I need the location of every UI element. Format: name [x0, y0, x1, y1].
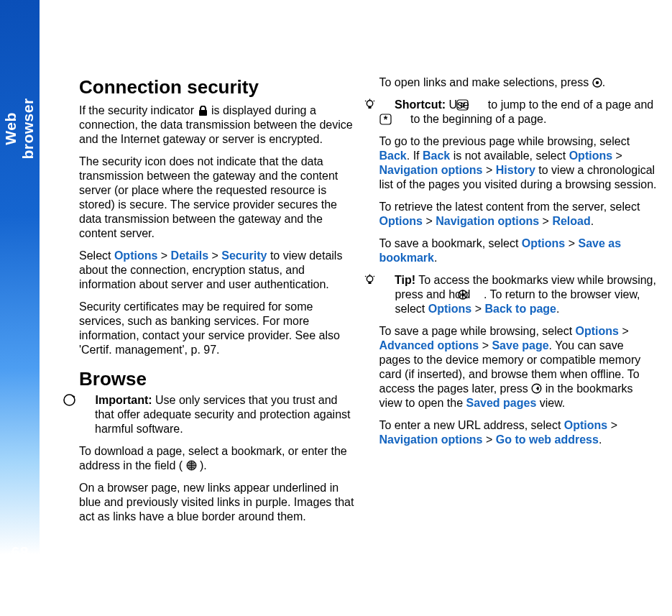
paragraph: To download a page, select a bookmark, o…	[79, 444, 358, 473]
link-back: Back	[423, 150, 450, 162]
important-label: Important:	[95, 394, 152, 406]
tip-icon	[379, 98, 392, 111]
hash-key-icon: #	[472, 99, 484, 111]
paragraph: To open links and make selections, press…	[379, 75, 658, 90]
link-options: Options	[379, 215, 423, 227]
paragraph: To go to the previous page while browsin…	[379, 134, 658, 192]
page-number: 68	[0, 543, 40, 562]
link-options: Options	[564, 419, 607, 431]
link-saved-pages: Saved pages	[466, 397, 536, 409]
section-label: Web browser	[2, 82, 37, 175]
paragraph: To retrieve the latest content from the …	[379, 200, 658, 229]
tip-label: Tip!	[395, 274, 415, 286]
link-options: Options	[569, 150, 612, 162]
link-options: Options	[428, 303, 471, 315]
globe-icon	[186, 460, 197, 471]
tip-note: Tip! To access the bookmarks view while …	[379, 273, 658, 316]
svg-rect-6	[368, 106, 371, 109]
scroll-right-icon	[531, 383, 542, 394]
link-go-to-web-address: Go to web address	[496, 433, 599, 446]
paragraph: If the security indicator is displayed d…	[79, 104, 358, 147]
link-history: History	[496, 164, 535, 176]
paragraph: The security icon does not indicate that…	[79, 155, 358, 241]
svg-point-5	[367, 101, 372, 106]
link-navigation-options: Navigation options	[436, 215, 539, 227]
heading-browse: Browse	[79, 367, 358, 391]
paragraph: To save a bookmark, select Options > Sav…	[379, 236, 658, 265]
svg-line-8	[365, 101, 366, 101]
link-reload: Reload	[552, 215, 590, 227]
svg-text:*: *	[383, 114, 387, 125]
shortcut-note: Shortcut: Use # to jump to the end of a …	[379, 98, 658, 127]
paragraph: Select Options > Details > Security to v…	[79, 249, 358, 292]
star-key-icon: *	[395, 114, 408, 125]
paragraph: Security certificates may be required fo…	[79, 300, 358, 357]
link-save-page: Save page	[492, 339, 548, 351]
lock-icon	[198, 105, 208, 115]
svg-line-17	[365, 276, 366, 277]
link-back: Back	[379, 150, 407, 162]
link-navigation-options: Navigation options	[379, 433, 483, 446]
link-options: Options	[576, 325, 619, 337]
shortcut-label: Shortcut:	[395, 98, 446, 111]
important-note: Important: Use only services that you tr…	[79, 393, 358, 436]
link-advanced-options: Advanced options	[379, 339, 479, 351]
important-icon	[79, 394, 92, 406]
paragraph: To enter a new URL address, select Optio…	[379, 418, 658, 447]
select-key-icon	[592, 77, 602, 87]
paragraph: On a browser page, new links appear unde…	[79, 481, 358, 524]
svg-rect-0	[199, 110, 207, 116]
svg-point-20	[461, 293, 464, 296]
link-options: Options	[522, 237, 565, 249]
link-back-to-page: Back to page	[484, 303, 556, 315]
link-security: Security	[221, 249, 267, 262]
page-content: Connection security If the security indi…	[79, 75, 658, 535]
select-key-icon	[474, 289, 484, 299]
link-options: Options	[114, 249, 157, 262]
svg-rect-15	[368, 282, 371, 284]
svg-text:#: #	[461, 101, 465, 109]
svg-line-18	[373, 276, 374, 277]
svg-line-9	[373, 101, 374, 101]
link-details: Details	[171, 249, 208, 262]
link-navigation-options: Navigation options	[379, 164, 483, 176]
svg-point-4	[595, 81, 598, 84]
tip-icon	[379, 274, 392, 286]
heading-connection-security: Connection security	[79, 75, 358, 99]
svg-point-14	[367, 276, 372, 282]
paragraph: To save a page while browsing, select Op…	[379, 324, 658, 410]
sidebar: Web browser 68	[0, 0, 40, 616]
